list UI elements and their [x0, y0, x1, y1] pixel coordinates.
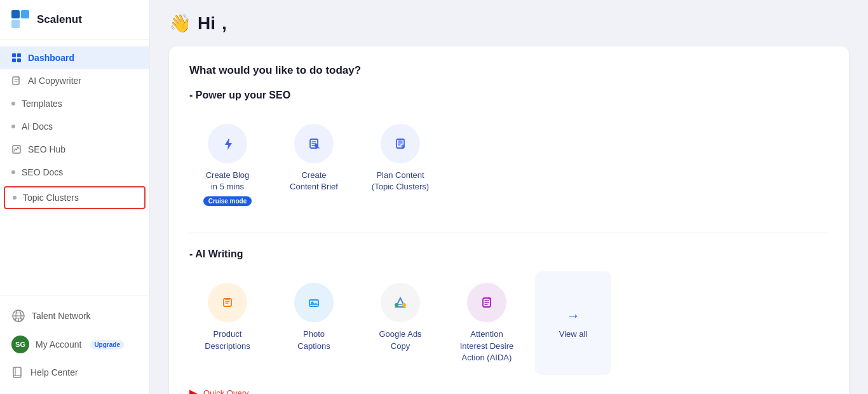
- sidebar-item-ai-docs[interactable]: AI Docs: [0, 115, 149, 138]
- ai-writing-items-row: ProductDescriptions PhotoCaptions: [189, 271, 829, 375]
- sidebar-bottom: Talent Network SG My Account Upgrade Hel…: [0, 296, 149, 394]
- globe-icon: [11, 309, 25, 323]
- sidebar-item-talent-network[interactable]: Talent Network: [0, 302, 149, 329]
- greeting-emoji: 👋: [169, 13, 191, 34]
- dot-icon: [11, 170, 15, 174]
- sidebar-item-seo-docs[interactable]: SEO Docs: [0, 161, 149, 184]
- aida-icon: [477, 292, 497, 313]
- grid-icon: [11, 53, 22, 63]
- plan-content-icon-circle: [381, 124, 420, 163]
- product-descriptions-label: ProductDescriptions: [205, 329, 250, 351]
- svg-rect-2: [11, 20, 20, 28]
- sidebar-item-dashboard-label: Dashboard: [28, 53, 74, 63]
- lightning-icon: [217, 133, 238, 154]
- svg-rect-0: [11, 10, 20, 18]
- topic-clusters-icon: [390, 133, 410, 154]
- create-blog-icon-circle: [208, 124, 247, 163]
- sidebar-item-seo-docs-label: SEO Docs: [22, 167, 63, 177]
- svg-rect-6: [17, 58, 21, 62]
- photo-captions-icon-circle: [294, 283, 334, 322]
- svg-point-18: [390, 133, 410, 154]
- section-divider: [189, 233, 829, 233]
- svg-point-24: [304, 292, 324, 313]
- sidebar-nav: Dashboard AI Copywriter Templates AI Doc…: [0, 40, 149, 296]
- sidebar: Scalenut Dashboard AI Copywriter T: [0, 0, 150, 394]
- help-center-label: Help Center: [31, 367, 78, 377]
- sidebar-item-seo-hub-label: SEO Hub: [28, 144, 65, 154]
- product-descriptions-icon-circle: [208, 283, 247, 322]
- item-plan-content[interactable]: Plan Content(Topic Clusters): [362, 112, 438, 217]
- greeting-suffix: ,: [222, 13, 227, 34]
- view-all-card[interactable]: → View all: [535, 271, 611, 375]
- sidebar-item-ai-copywriter[interactable]: AI Copywriter: [0, 69, 149, 92]
- create-blog-label: Create Blogin 5 mins: [206, 170, 250, 193]
- seo-items-row: Create Blogin 5 mins Cruise mode CreateC…: [189, 112, 829, 217]
- ai-writing-section-title: - AI Writing: [189, 248, 829, 260]
- dot-icon: [11, 125, 15, 128]
- svg-point-29: [395, 303, 398, 307]
- sidebar-item-ai-copywriter-label: AI Copywriter: [28, 76, 81, 86]
- aida-label: AttentionInterest DesireAction (AIDA): [460, 329, 514, 363]
- item-create-blog[interactable]: Create Blogin 5 mins Cruise mode: [189, 112, 266, 217]
- item-aida[interactable]: AttentionInterest DesireAction (AIDA): [449, 271, 525, 375]
- my-account-label: My Account: [36, 339, 81, 350]
- photo-captions-label: PhotoCaptions: [297, 329, 330, 351]
- sidebar-item-dashboard[interactable]: Dashboard: [0, 46, 149, 69]
- sidebar-item-topic-clusters[interactable]: Topic Clusters: [4, 186, 146, 209]
- photo-captions-icon: [304, 292, 324, 313]
- svg-point-20: [402, 145, 405, 148]
- item-product-descriptions[interactable]: ProductDescriptions: [189, 271, 266, 375]
- svg-point-26: [311, 302, 313, 304]
- item-create-content-brief[interactable]: CreateContent Brief: [276, 112, 352, 217]
- sidebar-item-topic-clusters-label: Topic Clusters: [23, 193, 79, 203]
- cruise-mode-badge: Cruise mode: [203, 196, 252, 206]
- upgrade-badge[interactable]: Upgrade: [90, 340, 124, 350]
- dot-icon: [13, 196, 17, 200]
- svg-rect-3: [12, 53, 16, 57]
- svg-rect-1: [21, 10, 29, 18]
- google-ads-icon: [390, 292, 410, 313]
- svg-rect-23: [225, 298, 230, 300]
- content-brief-icon: [304, 133, 324, 154]
- svg-point-28: [402, 303, 406, 307]
- greeting: 👋 Hi ,: [169, 13, 849, 34]
- right-arrow-icon: →: [566, 308, 580, 324]
- dot-icon: [11, 102, 15, 105]
- youtube-icon: ▶: [189, 386, 198, 394]
- book-icon: [11, 366, 24, 379]
- brand-name: Scalenut: [37, 13, 82, 26]
- product-desc-icon: [217, 292, 238, 313]
- scalenut-logo-icon: [11, 10, 31, 29]
- main-content: 👋 Hi , What would you like to do today? …: [150, 0, 868, 394]
- seo-section-title: - Power up your SEO: [189, 90, 829, 101]
- sidebar-item-templates[interactable]: Templates: [0, 92, 149, 115]
- aida-icon-circle: [467, 283, 506, 322]
- google-ads-copy-label: Google AdsCopy: [379, 329, 421, 351]
- sidebar-logo: Scalenut: [0, 0, 149, 40]
- svg-rect-5: [12, 58, 16, 62]
- quick-overview[interactable]: ▶ Quick Overv...: [189, 386, 829, 394]
- avatar: SG: [11, 336, 29, 353]
- google-ads-icon-circle: [381, 283, 420, 322]
- svg-point-27: [390, 292, 410, 313]
- edit-icon: [11, 76, 22, 86]
- greeting-text: Hi: [198, 13, 215, 34]
- quick-overview-label: Quick Overv...: [203, 388, 255, 394]
- create-content-brief-icon-circle: [294, 124, 334, 163]
- item-photo-captions[interactable]: PhotoCaptions: [276, 271, 352, 375]
- view-all-label: View all: [559, 329, 588, 339]
- item-google-ads-copy[interactable]: Google AdsCopy: [362, 271, 438, 375]
- svg-rect-4: [17, 53, 21, 57]
- plan-content-label: Plan Content(Topic Clusters): [372, 170, 429, 193]
- sidebar-item-templates-label: Templates: [22, 98, 62, 109]
- sidebar-item-ai-docs-label: AI Docs: [22, 121, 53, 132]
- sidebar-item-help-center[interactable]: Help Center: [0, 360, 149, 385]
- seo-icon: [11, 144, 22, 154]
- content-card: What would you like to do today? - Power…: [169, 46, 849, 394]
- sidebar-item-seo-hub[interactable]: SEO Hub: [0, 138, 149, 161]
- sidebar-item-my-account[interactable]: SG My Account Upgrade: [0, 329, 149, 360]
- talent-network-label: Talent Network: [32, 311, 91, 321]
- svg-point-21: [217, 292, 238, 313]
- create-content-brief-label: CreateContent Brief: [290, 170, 338, 193]
- svg-rect-7: [13, 77, 19, 85]
